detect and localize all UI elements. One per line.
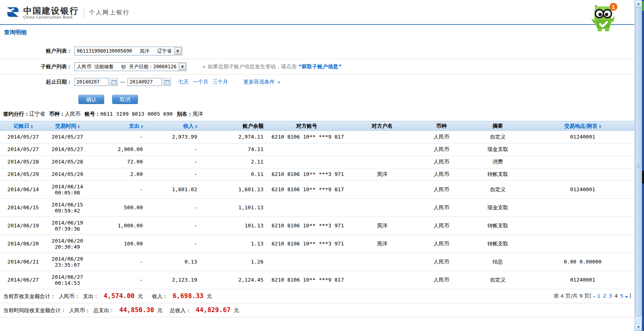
column-label: 币种 bbox=[436, 123, 447, 129]
subaccount-list-label: 子账户列表： bbox=[0, 63, 74, 70]
main-content: 中国建设银行 China Construction Bank 个人网上银行 查询… bbox=[0, 0, 634, 317]
chevron-down-icon[interactable]: ▼ bbox=[179, 63, 186, 70]
column-header-out[interactable]: 支出▲▼ bbox=[88, 121, 147, 131]
cell-counterparty_account bbox=[267, 198, 346, 217]
page-in-label: 收入： bbox=[152, 293, 168, 299]
more-filters-label: 更多筛选条件 bbox=[243, 79, 275, 85]
window-edge-dark bbox=[642, 171, 644, 184]
date-from-input[interactable] bbox=[74, 78, 109, 86]
date-range-row: 起止日期： — 七天一个月三个月 更多筛选条件 ▼ bbox=[0, 75, 634, 89]
column-header-income[interactable]: 收入▲▼ bbox=[147, 121, 201, 131]
page-link-2[interactable]: 2 bbox=[603, 293, 606, 299]
cell-summary: 转帐支取 bbox=[465, 168, 531, 180]
column-label: 账户余额 bbox=[243, 123, 263, 129]
subaccount-row: 子账户列表： 人民币 活期储蓄 钞 开户日期：20060126 ▼ ▶ 如果近期… bbox=[0, 59, 634, 74]
currency-value: 人民币 bbox=[65, 111, 80, 117]
cell-balance: 101.13 bbox=[201, 217, 267, 235]
column-header-currency: 币种 bbox=[418, 121, 465, 131]
window-edge bbox=[642, 0, 644, 331]
table-header-row: 记账日▲▼交易时间▲▼支出▲▼收入▲▼账户余额对方账号对方户名币种摘要交易地点/… bbox=[0, 121, 634, 131]
cell-counterparty_account: 6210 8106 10** ***9 817 bbox=[267, 131, 346, 143]
scrollbar-grip bbox=[637, 165, 640, 168]
account-select[interactable]: 0611319980130005690 焉洋 辽宁省 ▼ bbox=[74, 47, 182, 55]
cell-summary: 自定义 bbox=[465, 271, 531, 289]
quick-range-link[interactable]: 七天 bbox=[178, 79, 189, 85]
column-header-date[interactable]: 记账日▲▼ bbox=[0, 121, 46, 131]
cell-location: 0.00 0.00000 bbox=[531, 253, 634, 271]
page-link-1[interactable]: 1 bbox=[597, 293, 601, 299]
assistant-mascot[interactable]: 1 bbox=[588, 2, 618, 33]
fetch-subaccount-link[interactable]: “获取子账户信息” bbox=[298, 63, 342, 70]
calendar-icon[interactable] bbox=[110, 78, 118, 86]
cell-balance: 1.13 bbox=[201, 235, 267, 253]
cell-out: 500.00 bbox=[88, 198, 147, 217]
quick-range-link[interactable]: 三个月 bbox=[212, 79, 228, 85]
subaccount-hint: ▶ 如果近期子账户信息发生变动，请点击 “获取子账户信息” bbox=[203, 63, 342, 70]
cell-income: 0.13 bbox=[147, 253, 201, 271]
transaction-row: 2014/05/272014/05/272,900.00-74.11人民币现金支… bbox=[0, 143, 634, 155]
chevron-down-icon: ▼ bbox=[278, 81, 280, 84]
page-link-5[interactable]: 5 bbox=[620, 293, 623, 299]
transaction-row: 2014/05/282014/05/2872.00-2.11人民币消费 bbox=[0, 155, 634, 168]
page-link-3[interactable]: 3 bbox=[609, 293, 612, 299]
cell-currency: 人民币 bbox=[418, 271, 465, 289]
cell-counterparty_account bbox=[267, 143, 346, 155]
cell-counterparty_account: 6210 8106 10** ***3 971 bbox=[267, 168, 346, 180]
date-dash: — bbox=[120, 79, 125, 85]
cell-date: 2014/06/20 bbox=[0, 235, 46, 253]
chevron-down-icon[interactable]: ▼ bbox=[174, 47, 181, 55]
cell-counterparty_account bbox=[267, 155, 346, 168]
page-link-4[interactable]: 4 bbox=[614, 293, 617, 299]
page-totals-label: 当前页收支金额合计： bbox=[3, 293, 56, 299]
confirm-button[interactable]: 确认 bbox=[78, 95, 104, 104]
cell-balance: 2,124.45 bbox=[201, 271, 267, 289]
page-links: 12345 bbox=[596, 293, 625, 299]
sort-icon: ▲▼ bbox=[141, 124, 143, 128]
quick-range-links: 七天一个月三个月 bbox=[178, 78, 232, 86]
cell-currency: 人民币 bbox=[418, 131, 465, 143]
period-totals: 当前时间段收支金额合计： 人民币： 总支出： 44,850.30 元 总收入： … bbox=[3, 306, 241, 314]
cell-out: 2.00 bbox=[88, 168, 147, 180]
page-out-unit: 元 bbox=[138, 293, 143, 299]
cell-income: - bbox=[147, 143, 201, 155]
page-totals-row: 当前页收支金额合计： 人民币： 支出： 4,574.00 元 收入： 6,698… bbox=[0, 289, 634, 303]
vertical-scrollbar[interactable]: ▲ ▼ bbox=[634, 0, 642, 331]
cell-counterparty_account: 6210 8106 10** ***9 817 bbox=[267, 271, 346, 289]
transactions-table: 记账日▲▼交易时间▲▼支出▲▼收入▲▼账户余额对方账号对方户名币种摘要交易地点/… bbox=[0, 121, 634, 289]
page-next-icon[interactable]: ► bbox=[625, 294, 628, 298]
cell-summary: 自定义 bbox=[465, 131, 531, 143]
page-prev-icon[interactable]: ◄ bbox=[593, 294, 595, 298]
period-totals-label: 当前时间段收支金额合计： bbox=[3, 307, 66, 313]
transaction-row: 2014/06/202014/06/2020:30:49100.00-1.136… bbox=[0, 235, 634, 253]
cell-balance: 1.26 bbox=[201, 253, 267, 271]
cell-location bbox=[531, 235, 634, 253]
date-to-input[interactable] bbox=[128, 78, 162, 86]
cell-income: - bbox=[147, 168, 201, 180]
pagination-bracket: [ bbox=[590, 293, 592, 299]
scrollbar-thumb[interactable] bbox=[635, 8, 642, 316]
column-header-time[interactable]: 交易时间▲▼ bbox=[46, 121, 88, 131]
scroll-up-icon[interactable]: ▲ bbox=[635, 0, 642, 7]
cell-counterparty_name bbox=[346, 131, 418, 143]
account-number-value: 0611 3199 8013 0005 690 bbox=[100, 111, 173, 117]
cell-balance: 2,974.11 bbox=[201, 131, 267, 143]
calendar-icon[interactable] bbox=[163, 78, 171, 86]
cell-location bbox=[531, 155, 634, 168]
cell-counterparty_name: 焉洋 bbox=[346, 235, 418, 253]
quick-range-link[interactable]: 一个月 bbox=[193, 79, 208, 85]
cell-out: 2,900.00 bbox=[88, 143, 147, 155]
more-filters-link[interactable]: 更多筛选条件 ▼ bbox=[243, 78, 280, 86]
cell-currency: 人民币 bbox=[418, 155, 465, 168]
scroll-down-icon[interactable]: ▼ bbox=[635, 324, 642, 331]
column-header-location[interactable]: 交易地点/附言▲▼ bbox=[531, 121, 634, 131]
cell-out: - bbox=[88, 253, 147, 271]
cell-counterparty_name bbox=[346, 155, 418, 168]
cell-date: 2014/05/29 bbox=[0, 168, 46, 180]
cell-date: 2014/06/14 bbox=[0, 180, 46, 198]
period-totals-currency: 人民币： bbox=[69, 307, 90, 313]
subaccount-select[interactable]: 人民币 活期储蓄 钞 开户日期：20060126 ▼ bbox=[74, 62, 187, 71]
cancel-button[interactable]: 取消 bbox=[112, 95, 138, 104]
cell-time: 2014/06/1907:39:36 bbox=[46, 217, 88, 235]
column-header-counterparty_account: 对方账号 bbox=[267, 121, 346, 131]
cell-location: 01240001 bbox=[531, 131, 634, 143]
